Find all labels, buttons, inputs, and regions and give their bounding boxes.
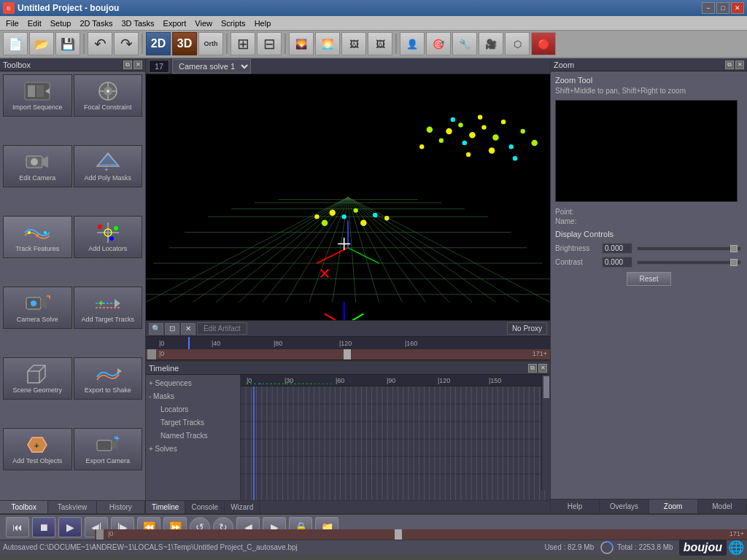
no-proxy-button[interactable]: No Proxy: [507, 322, 547, 335]
transport-stop-button[interactable]: ⏹: [32, 517, 55, 537]
tool-edit-camera[interactable]: Edit Camera: [3, 145, 72, 187]
tool-export-camera[interactable]: Export Camera: [74, 428, 143, 470]
toolbar-shape1-button[interactable]: ⬡: [505, 32, 530, 55]
toolbar-undo-button[interactable]: ↶: [88, 32, 112, 55]
menu-edit[interactable]: Edit: [23, 18, 46, 29]
zoom-float-button[interactable]: ⧉: [725, 61, 734, 69]
menu-setup[interactable]: Setup: [46, 18, 76, 29]
reset-button[interactable]: Reset: [627, 272, 670, 286]
toolbar-save-button[interactable]: 💾: [55, 32, 80, 55]
viewport-hscroll-thumb[interactable]: [147, 349, 156, 359]
tab-wizard[interactable]: Wizard: [225, 501, 260, 513]
menu-help[interactable]: Help: [250, 18, 276, 29]
toolbar-open-button[interactable]: 📂: [29, 32, 54, 55]
zoom-header-controls: ⧉ ✕: [725, 61, 744, 69]
toolbar-img4-button[interactable]: 🖼: [368, 32, 392, 55]
timeline-item-named-tracks[interactable]: Named Tracks: [146, 429, 240, 442]
toolbar-redo-button[interactable]: ↷: [114, 32, 139, 55]
toolbar-cam2-button[interactable]: 🎯: [426, 32, 451, 55]
export-camera-icon: [94, 433, 122, 456]
tab-toolbox[interactable]: Toolbox: [0, 501, 48, 513]
tool-export-shake[interactable]: Export to Shake: [74, 357, 143, 400]
toolbox-close-button[interactable]: ✕: [133, 61, 142, 69]
timeline-item-solves[interactable]: + Solves: [146, 442, 240, 455]
tool-focal-constraint[interactable]: Focal Constraint: [74, 74, 143, 117]
toolbar-2d-button[interactable]: 2D: [146, 32, 171, 55]
center-panel: 17 Camera solve 1 Camera solve 2: [146, 58, 550, 513]
tab-history[interactable]: History: [97, 501, 145, 513]
tab-overlays[interactable]: Overlays: [600, 499, 649, 513]
vp-fit-btn[interactable]: ⊡: [165, 323, 179, 335]
tab-timeline[interactable]: Timeline: [146, 501, 185, 513]
tab-model[interactable]: Model: [698, 499, 747, 513]
frame-number-input[interactable]: 17: [149, 60, 169, 73]
menu-2dtasks[interactable]: 2D Tasks: [75, 18, 117, 29]
tab-zoom[interactable]: Zoom: [649, 499, 698, 513]
timeline-item-masks[interactable]: - Masks: [146, 389, 240, 402]
tool-add-test-objects[interactable]: + Add Test Objects: [3, 428, 72, 470]
toolbar-3d-button[interactable]: 3D: [172, 32, 197, 55]
tool-track-features[interactable]: Track Features: [3, 216, 72, 258]
ruler-mark-160: |160: [405, 340, 417, 347]
timeline-header-controls: ⧉ ✕: [528, 364, 547, 373]
maximize-button[interactable]: □: [716, 2, 729, 14]
tool-import-sequence[interactable]: Import Sequence: [3, 74, 72, 117]
menu-export[interactable]: Export: [159, 18, 191, 29]
timeline-item-target-tracks[interactable]: Target Tracks: [146, 416, 240, 429]
vp-zoom-btn[interactable]: 🔍: [149, 323, 163, 335]
tool-camera-solve[interactable]: Camera Solve: [3, 287, 72, 329]
toolbar-grid1-button[interactable]: ⊞: [231, 32, 255, 55]
timeline-vscrollbar[interactable]: [541, 375, 550, 490]
close-button[interactable]: ✕: [731, 2, 744, 14]
toolbar-grid2-button[interactable]: ⊟: [257, 32, 282, 55]
timeline-vscroll-thumb[interactable]: [543, 376, 549, 398]
toolbar-sep-1: [83, 34, 85, 54]
viewport-header: 17 Camera solve 1 Camera solve 2: [146, 58, 550, 74]
svg-line-100: [344, 314, 364, 320]
zoom-close-button[interactable]: ✕: [735, 61, 744, 69]
timeline-item-sequences[interactable]: + Sequences: [146, 376, 240, 389]
toolbar-new-button[interactable]: 📄: [3, 32, 28, 55]
viewport-hscrollbar[interactable]: |0 171+: [146, 349, 550, 359]
tool-add-poly-masks[interactable]: + Add Poly Masks: [74, 145, 143, 187]
tool-add-locators[interactable]: Add Locators: [74, 216, 143, 258]
toolbar-tool1-button[interactable]: 🔧: [452, 32, 477, 55]
transport-rewind-button[interactable]: ⏮: [6, 517, 29, 537]
toolbar-img1-button[interactable]: 🌄: [289, 32, 314, 55]
svg-line-61: [348, 198, 495, 303]
menu-scripts[interactable]: Scripts: [217, 18, 250, 29]
titlebar-controls[interactable]: − □ ✕: [702, 2, 744, 14]
viewport[interactable]: [146, 74, 550, 320]
transport-play-button[interactable]: ▶: [58, 517, 82, 537]
toolbar-img3-button[interactable]: 🖼: [341, 32, 366, 55]
menu-file[interactable]: File: [1, 18, 23, 29]
contrast-input[interactable]: 0.000: [602, 257, 632, 268]
timeline-float-button[interactable]: ⧉: [528, 364, 537, 373]
tab-help[interactable]: Help: [551, 499, 600, 513]
timeline-item-locators[interactable]: Locators: [146, 402, 240, 416]
timeline-close-button[interactable]: ✕: [538, 364, 547, 373]
toolbar-cam3-button[interactable]: 🎥: [479, 32, 503, 55]
minimize-button[interactable]: −: [702, 2, 715, 14]
edit-artifact-button[interactable]: Edit Artifact: [197, 322, 247, 335]
svg-rect-33: [28, 371, 39, 383]
toolbar-img2-button[interactable]: 🌅: [315, 32, 340, 55]
vp-delete-btn[interactable]: ✕: [181, 323, 196, 335]
toolbox-float-button[interactable]: ⧉: [123, 61, 132, 69]
toolbar-cam1-button[interactable]: 👤: [400, 32, 425, 55]
brightness-input[interactable]: 0.000: [602, 243, 632, 254]
tab-taskview[interactable]: Taskview: [48, 501, 96, 513]
menu-3dtasks[interactable]: 3D Tasks: [117, 18, 159, 29]
tab-console[interactable]: Console: [185, 501, 225, 513]
tool-scene-geometry[interactable]: Scene Geometry: [3, 357, 72, 400]
svg-point-80: [509, 144, 514, 149]
camera-select[interactable]: Camera solve 1 Camera solve 2: [172, 59, 251, 74]
toolbar-orth-button[interactable]: Orth: [198, 32, 223, 55]
toolbar-rec-button[interactable]: 🔴: [531, 32, 556, 55]
tool-add-target-tracks[interactable]: + Add Target Tracks: [74, 287, 143, 329]
timeline-tree: + Sequences - Masks Locators Target Trac…: [146, 375, 241, 500]
brightness-slider[interactable]: [637, 246, 741, 251]
contrast-slider[interactable]: [637, 260, 741, 265]
svg-rect-116: [274, 384, 275, 384]
menu-view[interactable]: View: [190, 18, 217, 29]
